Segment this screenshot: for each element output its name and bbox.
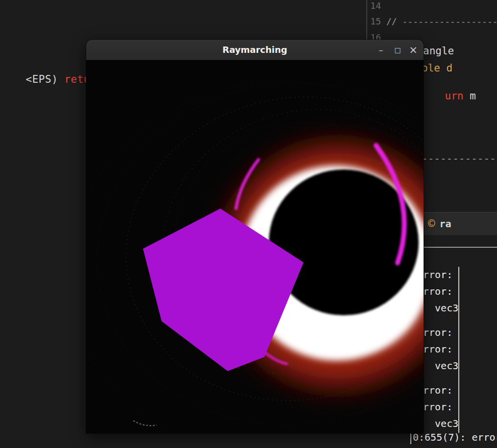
window-titlebar[interactable]: Raymarching – □ × [86,40,424,60]
editor-tab[interactable]: © ra [422,212,497,235]
code-text: m [464,90,476,102]
close-button[interactable]: × [406,40,421,60]
pane-divider [458,267,459,433]
code-fragment-left: <EPS) retur [0,62,96,97]
line-number: 15 [367,16,381,26]
code-fragment-angle: angle [423,45,454,57]
raymarch-scene [86,60,424,433]
window-title: Raymarching [222,45,287,55]
code-comment: // ------------------- [386,16,497,26]
error-console: rror: rror: vec3 rror: rror: vec3 rror: … [423,266,497,432]
console-line: rror: [423,382,497,399]
raymarching-window: Raymarching – □ × [86,40,424,433]
console-line: vec3 [423,300,497,316]
circled-c-icon: © [428,218,435,230]
maximize-button[interactable]: □ [390,40,405,60]
raymarch-viewport[interactable] [86,60,424,433]
black-hole [269,169,419,315]
minimize-button[interactable]: – [374,40,388,60]
console-bottom-line: 0:655(7): error: [413,431,497,443]
code-text: <EPS) [26,73,65,85]
console-line: rror: [423,324,497,341]
tab-label: ra [439,218,451,230]
panel-separator [422,247,497,248]
code-fragment-ble: ble d [422,62,452,74]
code-comment-dashes: ------------- [422,153,497,165]
console-line: rror: [423,399,497,415]
console-line: rror: [423,283,497,300]
console-line: rror: [423,266,497,283]
desktop: <EPS) retur 14 15 16 // ----------------… [0,0,497,448]
code-keyword: urn [445,90,464,102]
console-line: vec3 [423,357,497,374]
console-line: rror: [423,341,497,357]
line-number: 14 [367,0,381,11]
console-line: vec3 [423,415,497,432]
code-fragment-urn: urn m [420,78,476,114]
